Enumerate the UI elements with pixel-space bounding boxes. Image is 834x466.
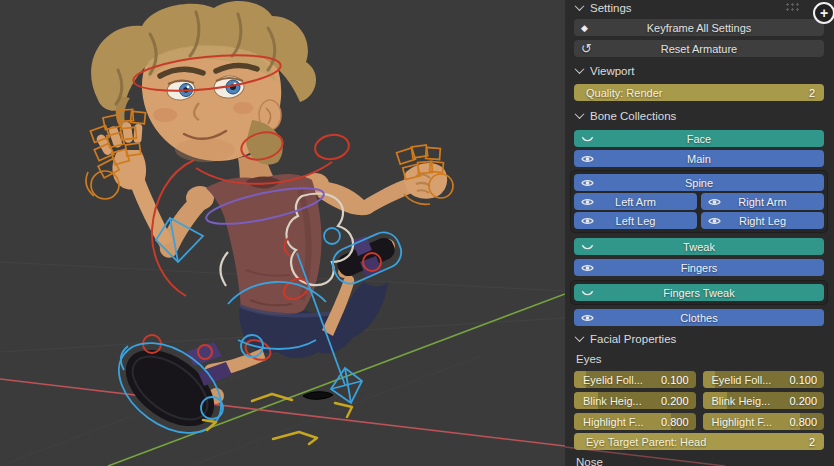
bone-collection-tweak[interactable]: Tweak: [574, 238, 824, 255]
plus-cursor-icon[interactable]: +: [813, 2, 834, 24]
spine-limbs-group-box: Spine Left Arm Right Arm Left Leg Right …: [570, 170, 828, 233]
button-label: Keyframe All Settings: [647, 22, 752, 34]
eye-target-parent-slider[interactable]: Eye Target Parent: Head 2: [574, 433, 824, 450]
section-label-viewport: Viewport: [590, 65, 635, 77]
eye-open-icon[interactable]: [581, 313, 594, 322]
collection-label: Clothes: [680, 312, 717, 324]
section-label-settings: Settings: [590, 2, 632, 14]
blender-screenshot: { "viewport": { "background_color": "#3b…: [0, 0, 834, 466]
slider-value: 0.100: [661, 374, 689, 386]
eye-closed-icon[interactable]: [581, 242, 594, 251]
panel-grip-dots-icon[interactable]: [785, 2, 800, 12]
highlight-follow-slider-right[interactable]: Highlight F... 0.800: [703, 413, 825, 430]
section-label-facial-properties: Facial Properties: [590, 333, 676, 345]
chevron-down-icon: [575, 1, 585, 11]
bone-collection-right-arm[interactable]: Right Arm: [701, 193, 824, 210]
collection-label: Fingers Tweak: [663, 287, 734, 299]
slider-label: Eye Target Parent: Head: [586, 436, 706, 448]
viewport-canvas: [0, 0, 565, 466]
slider-label: Eyelid Foll...: [583, 374, 643, 386]
slider-value: 0.200: [661, 395, 689, 407]
blink-height-slider-left[interactable]: Blink Heig... 0.200: [574, 392, 696, 409]
eye-open-icon[interactable]: [581, 197, 594, 206]
chevron-down-icon: [575, 109, 585, 119]
section-header-bone-collections[interactable]: Bone Collections: [574, 108, 824, 123]
button-label: Reset Armature: [661, 43, 737, 55]
slider-value: 0.800: [789, 416, 817, 428]
eyes-slider-grid: Eyelid Foll... 0.100 Eyelid Foll... 0.10…: [574, 371, 824, 430]
eye-closed-icon[interactable]: [581, 134, 594, 143]
section-header-settings[interactable]: Settings: [574, 0, 824, 15]
keyframe-all-settings-button[interactable]: ◆ Keyframe All Settings: [574, 19, 824, 36]
section-header-facial-properties[interactable]: Facial Properties: [574, 331, 824, 346]
bone-collection-fingers-tweak[interactable]: Fingers Tweak: [574, 284, 824, 301]
chevron-down-icon: [575, 332, 585, 342]
eye-open-icon[interactable]: [581, 263, 594, 272]
collection-label: Left Leg: [616, 215, 656, 227]
slider-value: 2: [809, 87, 815, 99]
bone-collection-left-leg[interactable]: Left Leg: [574, 212, 697, 229]
eye-open-icon[interactable]: [708, 216, 721, 225]
collection-label: Face: [687, 133, 711, 145]
bone-collection-main[interactable]: Main: [574, 150, 824, 167]
slider-value: 0.100: [789, 374, 817, 386]
slider-label: Highlight F...: [583, 416, 644, 428]
bone-collection-spine[interactable]: Spine: [574, 174, 824, 191]
eyes-label: Eyes: [574, 353, 824, 365]
collection-label: Tweak: [683, 241, 715, 253]
highlight-follow-slider-left[interactable]: Highlight F... 0.800: [574, 413, 696, 430]
slider-value: 0.200: [789, 395, 817, 407]
eye-open-icon[interactable]: [581, 154, 594, 163]
eye-open-icon[interactable]: [581, 178, 594, 187]
eyelid-follow-slider-right[interactable]: Eyelid Foll... 0.100: [703, 371, 825, 388]
section-label-bone-collections: Bone Collections: [590, 110, 676, 122]
plus-glyph: +: [820, 6, 828, 20]
bone-collection-right-leg[interactable]: Right Leg: [701, 212, 824, 229]
collection-label: Main: [687, 153, 711, 165]
collection-label: Left Arm: [615, 196, 656, 208]
slider-label: Quality: Render: [586, 87, 662, 99]
eye-open-icon[interactable]: [581, 216, 594, 225]
collection-label: Spine: [685, 177, 713, 189]
collection-label: Fingers: [681, 262, 718, 274]
slider-value: 2: [809, 436, 815, 448]
eye-open-icon[interactable]: [708, 197, 721, 206]
chevron-down-icon: [575, 64, 585, 74]
bone-collection-fingers[interactable]: Fingers: [574, 259, 824, 276]
bone-collection-clothes[interactable]: Clothes: [574, 309, 824, 326]
undo-icon: ↺: [581, 41, 592, 54]
bone-collection-face[interactable]: Face: [574, 130, 824, 147]
collection-label: Right Arm: [738, 196, 786, 208]
eye-closed-icon[interactable]: [581, 288, 594, 297]
rig-ui-panel: Settings + ◆ Keyframe All Settings ↺ Res…: [565, 0, 834, 466]
fingers-tweak-group-box: Fingers Tweak: [570, 280, 828, 305]
3d-viewport[interactable]: [0, 0, 565, 466]
blink-height-slider-right[interactable]: Blink Heig... 0.200: [703, 392, 825, 409]
bone-collection-left-arm[interactable]: Left Arm: [574, 193, 697, 210]
slider-label: Blink Heig...: [712, 395, 771, 407]
slider-value: 0.800: [661, 416, 689, 428]
collection-label: Right Leg: [739, 215, 786, 227]
nose-label: Nose: [574, 456, 824, 466]
slider-label: Eyelid Foll...: [712, 374, 772, 386]
keyframe-diamond-icon: ◆: [581, 23, 588, 33]
quality-render-slider[interactable]: Quality: Render 2: [574, 84, 824, 101]
eyelid-follow-slider-left[interactable]: Eyelid Foll... 0.100: [574, 371, 696, 388]
slider-label: Highlight F...: [712, 416, 773, 428]
slider-label: Blink Heig...: [583, 395, 642, 407]
reset-armature-button[interactable]: ↺ Reset Armature: [574, 40, 824, 57]
section-header-viewport[interactable]: Viewport: [574, 63, 824, 78]
